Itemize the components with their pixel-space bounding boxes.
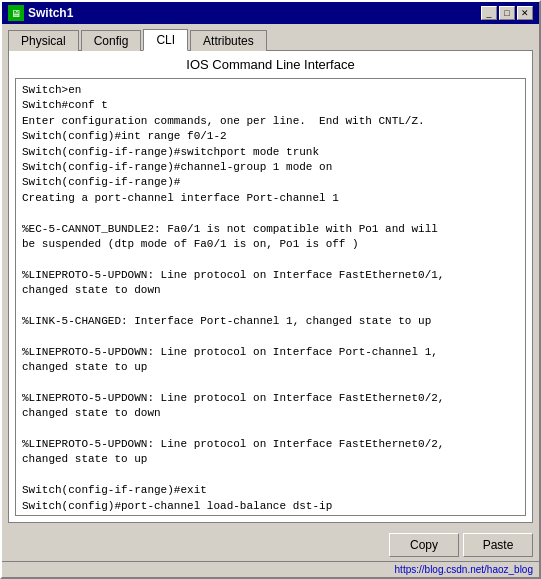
cli-area: Switch>en Switch#conf t Enter configurat… (15, 78, 526, 516)
maximize-button[interactable]: □ (499, 6, 515, 20)
status-bar: https://blog.csdn.net/haoz_blog (2, 561, 539, 577)
bottom-buttons: Copy Paste (2, 529, 539, 561)
main-area: IOS Command Line Interface Switch>en Swi… (8, 50, 533, 523)
status-url: https://blog.csdn.net/haoz_blog (395, 564, 533, 575)
minimize-button[interactable]: _ (481, 6, 497, 20)
close-button[interactable]: ✕ (517, 6, 533, 20)
title-buttons: _ □ ✕ (481, 6, 533, 20)
title-bar-left: 🖥 Switch1 (8, 5, 73, 21)
tabs-bar: Physical Config CLI Attributes (2, 24, 539, 50)
main-window: 🖥 Switch1 _ □ ✕ Physical Config CLI Attr… (0, 0, 541, 579)
cli-output[interactable]: Switch>en Switch#conf t Enter configurat… (16, 79, 525, 515)
tab-physical[interactable]: Physical (8, 30, 79, 51)
window-title: Switch1 (28, 6, 73, 20)
tab-attributes[interactable]: Attributes (190, 30, 267, 51)
tab-cli[interactable]: CLI (143, 29, 188, 51)
window-icon: 🖥 (8, 5, 24, 21)
tab-config[interactable]: Config (81, 30, 142, 51)
title-bar: 🖥 Switch1 _ □ ✕ (2, 2, 539, 24)
paste-button[interactable]: Paste (463, 533, 533, 557)
copy-button[interactable]: Copy (389, 533, 459, 557)
section-title: IOS Command Line Interface (15, 57, 526, 72)
